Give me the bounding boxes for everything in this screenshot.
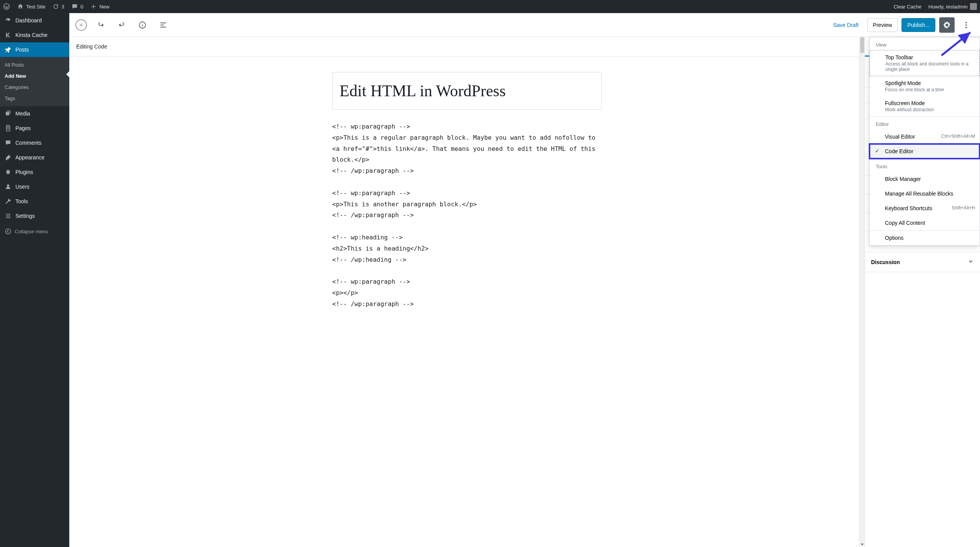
updates-link[interactable]: 3 xyxy=(52,3,64,10)
home-icon xyxy=(17,3,24,10)
comment-icon xyxy=(71,3,78,10)
account-link[interactable]: Howdy, testadmin xyxy=(928,3,977,10)
site-name-label: Test Site xyxy=(26,4,45,10)
avatar xyxy=(970,3,977,10)
comments-count: 0 xyxy=(80,4,83,10)
plus-icon xyxy=(90,3,97,10)
site-link[interactable]: Test Site xyxy=(17,3,45,10)
clear-cache-link[interactable]: Clear Cache xyxy=(893,4,921,10)
wordpress-icon xyxy=(3,3,10,10)
comments-link[interactable]: 0 xyxy=(71,3,83,10)
admin-bar: Test Site 3 0 New Clear Cache Howdy, tes… xyxy=(0,0,980,13)
new-content-link[interactable]: New xyxy=(90,3,109,10)
wp-logo-menu[interactable] xyxy=(3,3,10,10)
new-label: New xyxy=(99,4,109,10)
greeting-label: Howdy, testadmin xyxy=(928,4,968,10)
updates-count: 3 xyxy=(62,4,64,10)
update-icon xyxy=(52,3,59,10)
